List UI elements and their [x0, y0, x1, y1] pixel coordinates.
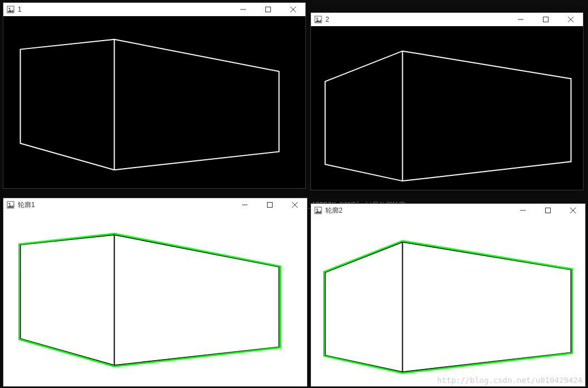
window-controls: [230, 3, 305, 16]
svg-marker-24: [19, 234, 280, 366]
titlebar[interactable]: 轮廓1: [3, 198, 307, 212]
titlebar[interactable]: 2: [311, 13, 583, 26]
svg-marker-6: [21, 40, 279, 170]
window-controls: [510, 204, 585, 217]
watermark-text: http://blog.csdn.net/u010429424: [437, 376, 582, 385]
image-viewer-icon: [314, 16, 322, 23]
titlebar[interactable]: 轮廓2: [311, 204, 585, 217]
svg-marker-14: [325, 51, 571, 181]
image-content: [311, 217, 585, 386]
minimize-button[interactable]: [508, 13, 533, 26]
minimize-button[interactable]: [232, 198, 257, 212]
close-button[interactable]: [282, 198, 307, 212]
svg-marker-33: [324, 241, 572, 373]
maximize-button[interactable]: [257, 198, 282, 212]
image-content: [3, 212, 307, 386]
svg-rect-19: [267, 203, 272, 208]
svg-marker-22: [21, 235, 279, 366]
svg-rect-28: [545, 208, 550, 213]
window-controls: [508, 13, 583, 26]
maximize-button[interactable]: [533, 13, 558, 26]
svg-marker-31: [325, 242, 571, 372]
image-viewer-icon: [7, 6, 14, 13]
maximize-button[interactable]: [535, 204, 560, 217]
svg-point-26: [317, 209, 318, 210]
window-2: 2: [310, 12, 584, 190]
window-title: 轮廓2: [325, 206, 343, 215]
image-viewer-icon: [7, 201, 14, 209]
image-content: [3, 16, 305, 188]
svg-point-9: [317, 18, 318, 19]
image-content: [311, 26, 583, 190]
svg-point-17: [9, 203, 11, 205]
window-1: 1: [3, 2, 306, 189]
window-title: 2: [325, 16, 329, 23]
svg-rect-11: [543, 17, 548, 22]
svg-rect-3: [265, 7, 270, 12]
svg-point-1: [9, 8, 11, 9]
close-button[interactable]: [558, 13, 583, 26]
window-title: 轮廓1: [18, 200, 35, 210]
minimize-button[interactable]: [510, 204, 535, 217]
window-4-contour2: 轮廓2: [310, 203, 586, 387]
window-title: 1: [18, 6, 22, 13]
window-3-contour1: 轮廓1: [3, 198, 308, 387]
close-button[interactable]: [560, 204, 585, 217]
close-button[interactable]: [280, 3, 305, 16]
window-controls: [232, 198, 307, 212]
minimize-button[interactable]: [230, 3, 255, 16]
titlebar[interactable]: 1: [3, 3, 305, 16]
maximize-button[interactable]: [255, 3, 280, 16]
image-viewer-icon: [314, 207, 322, 214]
